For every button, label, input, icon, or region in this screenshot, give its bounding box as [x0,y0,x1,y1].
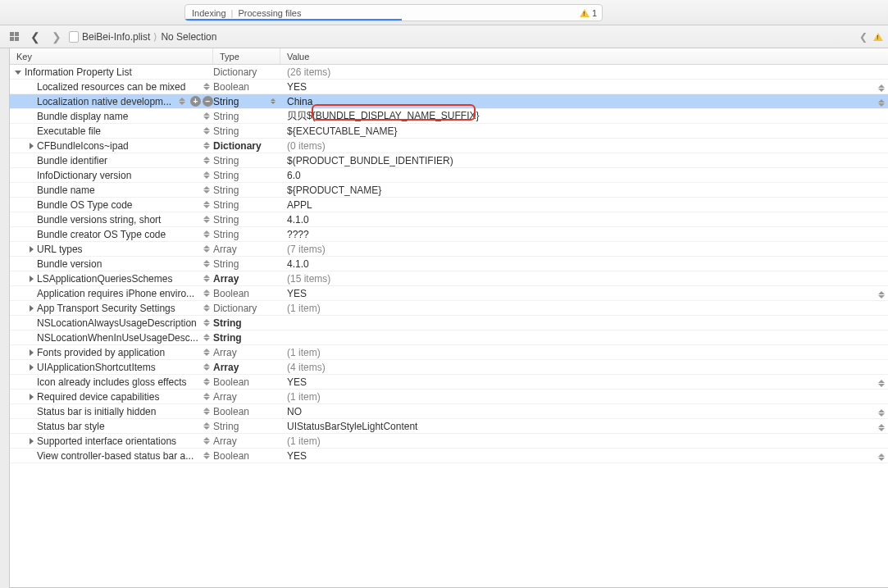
key-stepper[interactable] [203,81,210,93]
value-stepper[interactable] [878,452,885,463]
plist-row[interactable]: Required device capabilitiesArray(1 item… [10,390,888,404]
plist-row[interactable]: Icon already includes gloss effectsBoole… [10,375,888,390]
plist-row[interactable]: Bundle identifierString$(PRODUCT_BUNDLE_… [10,153,888,168]
plist-key-cell[interactable]: Bundle versions string, short [10,214,213,226]
related-items-button[interactable] [5,29,23,45]
plist-key-cell[interactable]: Icon already includes gloss effects [10,376,213,388]
key-stepper[interactable] [203,185,210,196]
disclosure-triangle-icon[interactable] [30,305,34,312]
value-stepper[interactable] [878,422,885,434]
key-stepper[interactable] [203,170,210,181]
key-stepper[interactable] [203,229,210,240]
plist-row[interactable]: Bundle nameString${PRODUCT_NAME} [10,183,888,198]
column-header-key[interactable]: Key [10,48,213,64]
plist-type-cell[interactable]: String [213,96,280,107]
warnings-indicator[interactable]: 1 [580,8,597,18]
value-stepper[interactable] [878,83,885,94]
key-stepper[interactable] [203,288,210,299]
plist-value-cell[interactable]: (15 items) [280,273,888,285]
key-stepper[interactable] [203,258,210,270]
key-stepper[interactable] [203,435,210,447]
plist-type-cell[interactable]: String [213,185,280,196]
plist-key-cell[interactable]: Bundle identifier [10,155,213,166]
key-stepper[interactable] [203,421,210,432]
plist-type-cell[interactable]: Boolean [213,450,280,462]
value-stepper[interactable] [878,378,885,390]
plist-row[interactable]: URL typesArray(7 items) [10,242,888,257]
plist-key-cell[interactable]: URL types [10,244,213,255]
plist-key-cell[interactable]: Localized resources can be mixed [10,81,213,93]
plist-value-cell[interactable]: YES [280,81,888,93]
plist-type-cell[interactable]: String [213,332,280,344]
plist-type-cell[interactable]: String [213,111,280,122]
plist-type-cell[interactable]: Dictionary [213,66,280,78]
plist-type-cell[interactable]: String [213,125,280,137]
key-stepper[interactable] [179,96,185,107]
plist-key-cell[interactable]: App Transport Security Settings [10,303,213,314]
key-stepper[interactable] [203,347,210,358]
plist-type-cell[interactable]: String [213,421,280,432]
value-stepper[interactable] [878,289,885,301]
key-stepper[interactable] [203,273,210,285]
plist-key-cell[interactable]: CFBundleIcons~ipad [10,140,213,152]
key-stepper[interactable] [203,332,210,344]
key-stepper[interactable] [203,406,210,417]
plist-row[interactable]: View controller-based status bar a...Boo… [10,449,888,463]
plist-key-cell[interactable]: View controller-based status bar a... [10,450,213,462]
plist-value-cell[interactable]: ${PRODUCT_NAME} [280,185,888,196]
plist-key-cell[interactable]: Localization native developm...+− [10,96,213,107]
plist-row[interactable]: LSApplicationQueriesSchemesArray(15 item… [10,271,888,286]
plist-value-cell[interactable]: (1 item) [280,347,888,358]
key-stepper[interactable] [203,450,210,462]
plist-key-cell[interactable]: Information Property List [10,66,213,78]
plist-type-cell[interactable]: Array [213,391,280,403]
plist-key-cell[interactable]: Bundle name [10,185,213,196]
plist-type-cell[interactable]: String [213,170,280,181]
plist-type-cell[interactable]: Dictionary [213,140,280,152]
plist-value-cell[interactable]: NO [280,406,888,417]
plist-key-cell[interactable]: UIApplicationShortcutItems [10,362,213,373]
plist-type-cell[interactable]: Array [213,435,280,447]
plist-key-cell[interactable]: Bundle creator OS Type code [10,229,213,240]
plist-key-cell[interactable]: Supported interface orientations [10,435,213,447]
plist-type-cell[interactable]: Boolean [213,376,280,388]
plist-row[interactable]: Fonts provided by applicationArray(1 ite… [10,345,888,360]
column-header-type[interactable]: Type [213,48,280,64]
plist-type-cell[interactable]: Boolean [213,406,280,417]
plist-key-cell[interactable]: Bundle display name [10,111,213,122]
plist-value-cell[interactable]: 贝贝${BUNDLE_DISPLAY_NAME_SUFFIX} [280,109,888,123]
column-header-value[interactable]: Value [280,48,888,64]
plist-value-cell[interactable]: YES [280,450,888,462]
value-stepper[interactable] [878,408,885,419]
plist-key-cell[interactable]: Executable file [10,125,213,137]
plist-row[interactable]: NSLocationWhenInUseUsageDesc...String [10,330,888,345]
disclosure-triangle-icon[interactable] [30,143,34,149]
plist-value-cell[interactable]: 4.1.0 [280,214,888,226]
plist-key-cell[interactable]: Bundle OS Type code [10,199,213,211]
plist-row[interactable]: Bundle display nameString贝贝${BUNDLE_DISP… [10,109,888,124]
plist-key-cell[interactable]: Bundle version [10,258,213,270]
plist-type-cell[interactable]: Array [213,273,280,285]
plist-key-cell[interactable]: LSApplicationQueriesSchemes [10,273,213,285]
key-stepper[interactable] [203,317,210,329]
plist-value-cell[interactable]: (4 items) [280,362,888,373]
plist-type-cell[interactable]: Boolean [213,288,280,299]
disclosure-triangle-icon[interactable] [30,364,34,371]
plist-type-cell[interactable]: String [213,155,280,166]
key-stepper[interactable] [203,111,210,122]
plist-value-cell[interactable]: (0 items) [280,140,888,152]
plist-value-cell[interactable]: (26 items) [280,66,888,78]
add-row-button[interactable]: + [190,96,201,107]
plist-key-cell[interactable]: NSLocationAlwaysUsageDescription [10,317,213,329]
plist-row[interactable]: Bundle versions string, shortString4.1.0 [10,212,888,227]
key-stepper[interactable] [203,244,210,255]
plist-type-cell[interactable]: Dictionary [213,303,280,314]
plist-value-cell[interactable]: $(PRODUCT_BUNDLE_IDENTIFIER) [280,155,888,166]
plist-row[interactable]: Status bar is initially hiddenBooleanNO [10,404,888,419]
plist-value-cell[interactable]: 6.0 [280,170,888,181]
plist-row[interactable]: Application requires iPhone enviro...Boo… [10,286,888,301]
key-stepper[interactable] [203,125,210,137]
plist-row[interactable]: Localization native developm...+−StringC… [10,94,888,109]
plist-type-cell[interactable]: String [213,199,280,211]
key-stepper[interactable] [203,155,210,166]
